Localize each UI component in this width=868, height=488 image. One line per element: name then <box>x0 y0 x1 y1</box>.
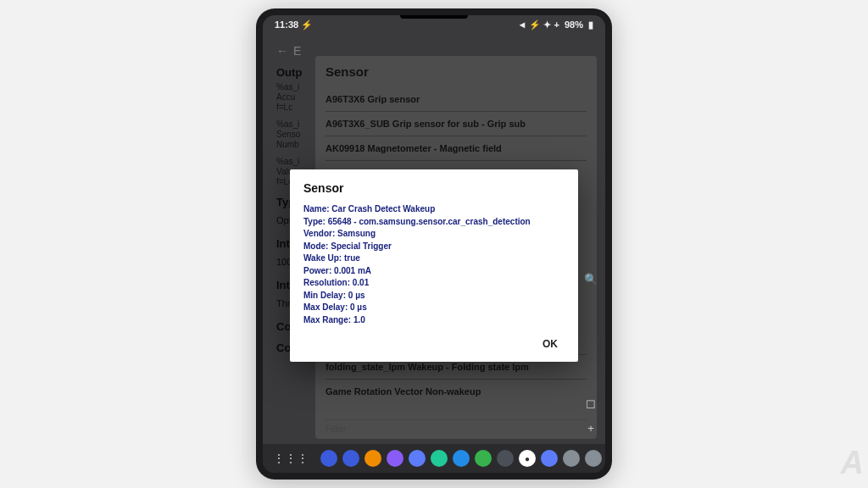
app-body: ← E Outp %as_i Accu f=Lc %as_i Senso Num… <box>263 34 605 444</box>
taskbar-app-icon[interactable] <box>475 450 492 467</box>
taskbar: ⋮⋮⋮ ● <box>263 444 605 473</box>
sensor-row[interactable]: Game Rotation Vector Non-wakeup <box>326 380 587 403</box>
watermark: A <box>841 445 861 481</box>
battery-icon: ▮ <box>588 19 593 30</box>
taskbar-app-icon[interactable]: ● <box>519 450 536 467</box>
sensor-type: Type: 65648 - com.samsung.sensor.car_cra… <box>303 216 565 229</box>
search-icon[interactable]: 🔍 <box>583 271 598 286</box>
taskbar-app-icon[interactable] <box>541 450 558 467</box>
checkbox-icon[interactable]: ☐ <box>583 396 598 412</box>
side-action-column: 🔍 ☐ + <box>583 271 598 435</box>
apps-grid-icon[interactable]: ⋮⋮⋮ <box>273 452 309 465</box>
taskbar-app-icon[interactable] <box>342 450 359 467</box>
notch <box>400 15 468 19</box>
sensor-power: Power: 0.001 mA <box>303 265 565 278</box>
taskbar-apps: ● <box>320 450 602 467</box>
taskbar-app-icon[interactable] <box>497 450 514 467</box>
status-time: 11:38 ⚡ <box>275 19 313 30</box>
sensor-mindelay: Min Delay: 0 µs <box>303 290 565 302</box>
taskbar-app-icon[interactable] <box>364 450 381 467</box>
taskbar-app-icon[interactable] <box>585 450 602 467</box>
sensor-maxdelay: Max Delay: 0 µs <box>303 302 565 314</box>
filter-input[interactable]: Filter <box>326 419 587 434</box>
sheet-title: Sensor <box>326 64 587 79</box>
sensor-wake: Wake Up: true <box>303 252 565 265</box>
sensor-row[interactable]: AK09918 Magnetometer - Magnetic field <box>326 136 587 161</box>
dialog-title: Sensor <box>303 181 565 195</box>
status-icons: ◄ ⚡ ✦ + <box>517 19 559 30</box>
add-icon[interactable]: + <box>583 420 598 435</box>
taskbar-app-icon[interactable] <box>431 450 448 467</box>
ok-button[interactable]: OK <box>536 335 565 353</box>
tablet-frame: 11:38 ⚡ ◄ ⚡ ✦ + 98% ▮ ← E Outp %as_i Acc… <box>256 8 612 480</box>
sensor-name: Name: Car Crash Detect Wakeup <box>303 203 565 216</box>
taskbar-app-icon[interactable] <box>563 450 580 467</box>
sensor-row[interactable]: A96T3X6 Grip sensor <box>326 87 587 112</box>
taskbar-app-icon[interactable] <box>409 450 426 467</box>
back-arrow-icon[interactable]: ← <box>276 44 288 58</box>
taskbar-app-icon[interactable] <box>320 450 337 467</box>
sensor-mode: Mode: Special Trigger <box>303 241 565 253</box>
screen: 11:38 ⚡ ◄ ⚡ ✦ + 98% ▮ ← E Outp %as_i Acc… <box>263 15 605 473</box>
status-battery: 98% <box>565 19 583 30</box>
sensor-detail-dialog: Sensor Name: Car Crash Detect Wakeup Typ… <box>290 169 578 362</box>
sensor-resolution: Resolution: 0.01 <box>303 277 565 290</box>
dialog-body: Name: Car Crash Detect Wakeup Type: 6564… <box>303 203 565 326</box>
sensor-vendor: Vendor: Samsung <box>303 228 565 241</box>
sensor-row[interactable]: A96T3X6_SUB Grip sensor for sub - Grip s… <box>326 112 587 136</box>
sensor-maxrange: Max Range: 1.0 <box>303 314 565 327</box>
taskbar-app-icon[interactable] <box>387 450 403 467</box>
taskbar-app-icon[interactable] <box>453 450 470 467</box>
page-title-partial: E <box>293 44 301 58</box>
